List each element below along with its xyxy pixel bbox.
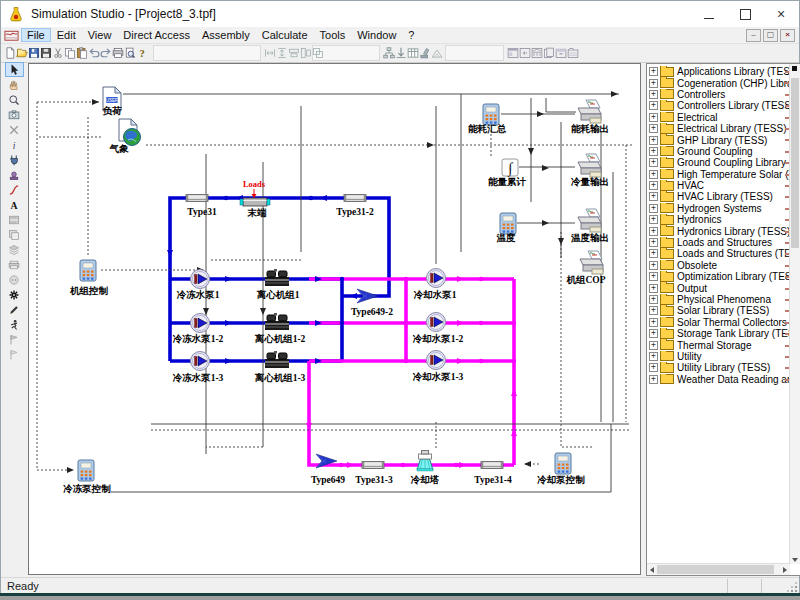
tree-item-ghp-library-tess[interactable]: +GHP Library (TESS) bbox=[649, 134, 789, 145]
tree-item-hydronics[interactable]: +Hydronics bbox=[649, 214, 789, 225]
copy-button[interactable] bbox=[64, 45, 76, 61]
same-height-button[interactable] bbox=[300, 45, 312, 61]
expand-icon[interactable]: + bbox=[649, 295, 658, 304]
speaker-button[interactable] bbox=[519, 45, 531, 61]
component-cw-pump-1[interactable] bbox=[427, 269, 446, 288]
minimize-button[interactable] bbox=[691, 1, 727, 27]
component-energy-sum[interactable] bbox=[483, 104, 499, 125]
slope-button[interactable] bbox=[431, 45, 443, 61]
report-window-button[interactable] bbox=[507, 45, 519, 61]
expand-icon[interactable]: + bbox=[649, 79, 658, 88]
fit-horizontal-button[interactable] bbox=[264, 45, 276, 61]
card-file-button[interactable] bbox=[567, 45, 579, 61]
tool-zoom-button[interactable] bbox=[5, 92, 24, 107]
tree-item-solar-library-tess[interactable]: +Solar Library (TESS) bbox=[649, 305, 789, 316]
component-unit-cop-output[interactable] bbox=[580, 251, 603, 274]
tree-item-loads-and-structures-tess[interactable]: +Loads and Structures (TESS) bbox=[649, 248, 789, 259]
component-chw-pump-1-3[interactable] bbox=[191, 352, 210, 371]
mdi-close-button[interactable]: × bbox=[780, 29, 795, 42]
tree-item-hvac-library-tess[interactable]: +HVAC Library (TESS) bbox=[649, 191, 789, 202]
menu-item-edit[interactable]: Edit bbox=[51, 28, 82, 42]
tree-item-hvac[interactable]: +HVAC bbox=[649, 180, 789, 191]
table-button[interactable] bbox=[407, 45, 419, 61]
undo-button[interactable] bbox=[88, 45, 100, 61]
redo-button[interactable] bbox=[100, 45, 112, 61]
expand-icon[interactable]: + bbox=[649, 306, 658, 315]
tree-item-optimization-library-tess[interactable]: +Optimization Library (TESS) bbox=[649, 271, 789, 282]
hierarchy-button[interactable] bbox=[383, 45, 395, 61]
save-button[interactable] bbox=[28, 45, 40, 61]
tool-print-small-button[interactable] bbox=[5, 257, 24, 272]
component-energy-output[interactable] bbox=[578, 100, 601, 123]
tree-item-thermal-storage[interactable]: +Thermal Storage bbox=[649, 339, 789, 350]
fit-vertical-button[interactable] bbox=[276, 45, 288, 61]
tool-film-button[interactable] bbox=[5, 212, 24, 227]
save-project-button[interactable] bbox=[40, 45, 52, 61]
component-energy-accum[interactable]: ∫ bbox=[502, 159, 518, 177]
open-button[interactable] bbox=[16, 45, 28, 61]
component-chiller-1-2[interactable] bbox=[265, 313, 289, 330]
expand-icon[interactable]: + bbox=[649, 113, 658, 122]
tree-item-hydronics-library-tess[interactable]: +Hydronics Library (TESS) bbox=[649, 225, 789, 236]
tree-vertical-scrollbar[interactable] bbox=[789, 64, 800, 564]
maximize-button[interactable] bbox=[727, 1, 763, 27]
paste-button[interactable] bbox=[76, 45, 88, 61]
cut-button[interactable] bbox=[52, 45, 64, 61]
tree-item-controllers[interactable]: +Controllers bbox=[649, 89, 789, 100]
signal-wire[interactable] bbox=[546, 98, 576, 112]
tool-info-button[interactable]: i bbox=[5, 137, 24, 152]
control-wire[interactable] bbox=[37, 102, 73, 470]
tree-item-storage-tank-library-tess[interactable]: +Storage Tank Library (TESS) bbox=[649, 328, 789, 339]
tool-pen-button[interactable] bbox=[5, 302, 24, 317]
expand-icon[interactable]: + bbox=[649, 147, 658, 156]
component-unit-control[interactable] bbox=[80, 260, 96, 281]
menu-item-view[interactable]: View bbox=[82, 28, 118, 42]
expand-icon[interactable]: + bbox=[649, 204, 658, 213]
fill-button[interactable] bbox=[419, 45, 431, 61]
close-button[interactable]: × bbox=[763, 1, 799, 27]
help-button[interactable]: ? bbox=[136, 45, 148, 61]
tree-item-utility[interactable]: +Utility bbox=[649, 351, 789, 362]
menu-item-window[interactable]: Window bbox=[351, 28, 402, 42]
expand-icon[interactable]: + bbox=[649, 170, 658, 179]
resize-grip[interactable] bbox=[795, 590, 797, 592]
tool-snapshot-button[interactable] bbox=[5, 107, 24, 122]
tree-item-applications-library-tess[interactable]: +Applications Library (TESS) bbox=[649, 66, 789, 77]
tool-run-button[interactable] bbox=[5, 317, 24, 332]
component-type31-pipe[interactable] bbox=[186, 195, 208, 202]
tree-item-ground-coupling-library-tess[interactable]: +Ground Coupling Library (TESS) bbox=[649, 157, 789, 168]
menu-item-direct-access[interactable]: Direct Access bbox=[117, 28, 196, 42]
menu-item-help[interactable]: ? bbox=[402, 28, 420, 42]
expand-icon[interactable]: + bbox=[649, 261, 658, 270]
expand-icon[interactable]: + bbox=[649, 192, 658, 201]
component-temperature[interactable] bbox=[500, 213, 516, 234]
component-chw-pump-1[interactable] bbox=[191, 270, 210, 289]
expand-icon[interactable]: + bbox=[649, 215, 658, 224]
expand-icon[interactable]: + bbox=[649, 284, 658, 293]
menu-item-tools[interactable]: Tools bbox=[314, 28, 352, 42]
tool-gear-button[interactable] bbox=[5, 287, 24, 302]
expand-icon[interactable]: + bbox=[649, 341, 658, 350]
tool-select-button[interactable] bbox=[5, 62, 24, 77]
tree-item-physical-phenomena[interactable]: +Physical Phenomena bbox=[649, 294, 789, 305]
tree-item-cogeneration-chp-library-tess[interactable]: +Cogeneration (CHP) Library (TESS) bbox=[649, 77, 789, 88]
new-button[interactable] bbox=[4, 45, 16, 61]
expand-icon[interactable]: + bbox=[649, 352, 658, 361]
tree-item-loads-and-structures[interactable]: +Loads and Structures bbox=[649, 237, 789, 248]
mdi-minimize-button[interactable]: – bbox=[746, 29, 761, 42]
component-cw-pump-control[interactable] bbox=[555, 453, 571, 474]
component-chw-pump-1-2[interactable] bbox=[191, 314, 210, 333]
menu-item-file[interactable]: File bbox=[21, 28, 51, 42]
mdi-restore-button[interactable]: ▢ bbox=[763, 29, 778, 42]
component-cooling-output[interactable] bbox=[578, 154, 601, 177]
tree-item-obsolete[interactable]: +Obsolete bbox=[649, 260, 789, 271]
tool-delete-button[interactable] bbox=[5, 122, 24, 137]
sort-descending-button[interactable] bbox=[395, 45, 407, 61]
same-size-button[interactable] bbox=[312, 45, 324, 61]
menu-item-assembly[interactable]: Assembly bbox=[196, 28, 256, 42]
documents-button[interactable] bbox=[543, 45, 555, 61]
archive-button[interactable] bbox=[555, 45, 567, 61]
loop-magenta-wire[interactable] bbox=[309, 361, 514, 465]
tree-item-electrical[interactable]: +Electrical bbox=[649, 112, 789, 123]
project-canvas[interactable]: USER负荷气象Type31末端LoadsType31-2机组控制冷冻水泵1离心… bbox=[28, 63, 641, 575]
